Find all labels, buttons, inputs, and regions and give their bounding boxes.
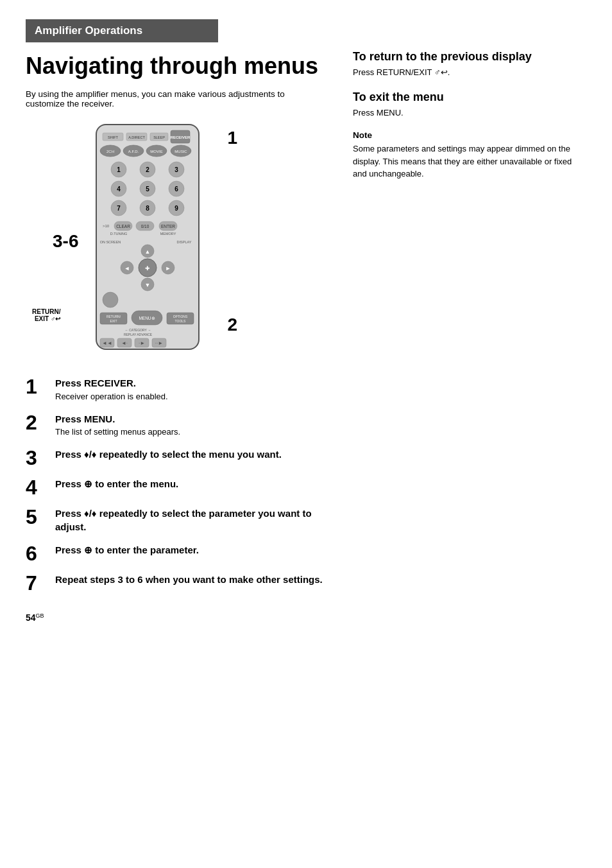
svg-point-56	[103, 292, 118, 308]
step-num-1: 1	[26, 376, 49, 397]
step-title-6: Press ⊕ to enter the parameter.	[55, 544, 199, 555]
step-item-6: 6 Press ⊕ to enter the parameter.	[26, 543, 334, 564]
svg-text:✚: ✚	[145, 265, 150, 272]
svg-text:ENTER: ENTER	[161, 224, 175, 229]
step-num-4: 4	[26, 477, 49, 498]
svg-text:A.DIRECT: A.DIRECT	[128, 135, 145, 139]
svg-text:>10: >10	[103, 224, 110, 228]
svg-text:1: 1	[117, 166, 121, 173]
step-item-3: 3 Press ♦/♦ repeatedly to select the men…	[26, 447, 334, 468]
step-title-2: Press MENU.	[55, 413, 115, 424]
step-num-3: 3	[26, 447, 49, 468]
svg-text:D.TUNING: D.TUNING	[110, 232, 128, 236]
exit-section-title: To exit the menu	[353, 91, 586, 104]
svg-text:·►: ·►	[139, 340, 145, 346]
svg-text:8: 8	[146, 205, 149, 212]
step-num-5: 5	[26, 507, 49, 527]
step-title-4: Press ⊕ to enter the menu.	[55, 478, 178, 489]
svg-text:REPLAY    ADVANCE: REPLAY ADVANCE	[124, 333, 153, 336]
svg-text:OPTIONS: OPTIONS	[173, 315, 188, 318]
step-item-2: 2 Press MENU. The list of setting menus …	[26, 412, 334, 438]
svg-text:2CH: 2CH	[106, 150, 114, 153]
page-superscript: GB	[36, 612, 44, 619]
svg-text:◄·: ◄·	[121, 340, 128, 346]
return-section-title: To return to the previous display	[353, 50, 586, 64]
svg-text:CLEAR: CLEAR	[116, 224, 130, 229]
svg-text:4: 4	[117, 186, 121, 193]
svg-text:MEMORY: MEMORY	[160, 232, 176, 236]
callout-2: 2	[227, 315, 237, 335]
header-bar: Amplifier Operations	[26, 19, 218, 42]
svg-text:3: 3	[174, 166, 178, 173]
svg-text:RECEIVER: RECEIVER	[171, 135, 191, 139]
step-item-1: 1 Press RECEIVER. Receiver operation is …	[26, 376, 334, 403]
svg-text:6: 6	[174, 186, 178, 193]
label-return: RETURN/EXIT ♂↩	[32, 308, 60, 322]
svg-text:SHIFT: SHIFT	[108, 135, 119, 139]
note-title: Note	[353, 130, 586, 140]
svg-text:A.F.D.: A.F.D.	[128, 150, 139, 153]
remote-svg: SHIFT A.DIRECT SLEEP RECEIVER 2CH A.F.D.…	[83, 121, 212, 359]
svg-text:··►: ··►	[155, 340, 163, 346]
step-num-7: 7	[26, 573, 49, 593]
steps-list: 1 Press RECEIVER. Receiver operation is …	[26, 376, 334, 593]
svg-text:TOOLS: TOOLS	[175, 319, 187, 323]
svg-text:MENU⊕: MENU⊕	[139, 316, 155, 320]
return-section-body: Press RETURN/EXIT ♂↩.	[353, 66, 586, 79]
svg-text:◄◄: ◄◄	[102, 340, 112, 346]
exit-section-body: Press MENU.	[353, 107, 586, 119]
svg-text:RETURN/: RETURN/	[106, 315, 121, 318]
step-desc-2: The list of setting menus appears.	[55, 427, 180, 437]
svg-text:9: 9	[174, 205, 178, 212]
right-column: To return to the previous display Press …	[353, 50, 586, 623]
step-item-4: 4 Press ⊕ to enter the menu.	[26, 477, 334, 498]
svg-text:← CATEGORY →: ← CATEGORY →	[125, 328, 151, 332]
step-title-7: Repeat steps 3 to 6 when you want to mak…	[55, 574, 323, 585]
intro-text: By using the amplifier menus, you can ma…	[26, 89, 295, 108]
step-num-6: 6	[26, 543, 49, 564]
step-title-5: Press ♦/♦ repeatedly to select the param…	[55, 508, 312, 533]
page-title: Navigating through menus	[26, 53, 334, 79]
svg-text:SLEEP: SLEEP	[153, 135, 165, 139]
step-title-1: Press RECEIVER.	[55, 378, 136, 388]
step-desc-1: Receiver operation is enabled.	[55, 392, 168, 401]
remote-illustration: 3-6 RETURN/EXIT ♂↩ SHIFT A.DIRECT SLEEP …	[26, 121, 334, 361]
svg-text:▲: ▲	[145, 248, 151, 255]
svg-text:MUSIC: MUSIC	[174, 150, 187, 153]
step-title-3: Press ♦/♦ repeatedly to select the menu …	[55, 449, 282, 460]
svg-text:EXIT: EXIT	[110, 319, 117, 323]
step-item-5: 5 Press ♦/♦ repeatedly to select the par…	[26, 507, 334, 534]
label-3-6: 3-6	[53, 231, 78, 252]
svg-text:ON SCREEN: ON SCREEN	[100, 240, 121, 244]
left-column: Navigating through menus By using the am…	[26, 50, 334, 623]
svg-text:7: 7	[117, 205, 121, 212]
step-num-2: 2	[26, 412, 49, 433]
svg-text:DISPLAY: DISPLAY	[177, 240, 192, 244]
header-title: Amplifier Operations	[35, 24, 142, 37]
svg-text:5: 5	[146, 186, 149, 193]
svg-text:2: 2	[146, 166, 149, 173]
svg-text:▼: ▼	[145, 282, 151, 288]
page-number: 54	[26, 612, 36, 623]
svg-text:MOVIE: MOVIE	[150, 150, 162, 153]
step-item-7: 7 Repeat steps 3 to 6 when you want to m…	[26, 573, 334, 593]
svg-text:0/10: 0/10	[141, 224, 149, 229]
svg-text:►: ►	[166, 265, 171, 272]
note-body: Some parameters and settings may appear …	[353, 143, 586, 180]
page-footer: 54GB	[26, 612, 334, 623]
svg-text:◄: ◄	[124, 265, 130, 272]
callout-1: 1	[227, 128, 237, 148]
